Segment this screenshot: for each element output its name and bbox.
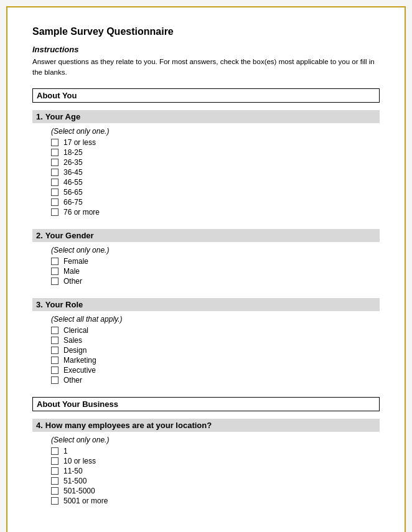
option-checkbox[interactable] [51,278,59,285]
select-instruction: (Select only one.) [51,436,380,444]
option-label: 17 or less [63,138,96,147]
option-row: Executive [51,366,380,375]
option-row: 76 or more [51,208,380,217]
option-label: 501-5000 [63,487,95,495]
option-label: Male [63,267,80,276]
option-label: Sales [63,336,82,345]
sections-container: About You1.Your Age(Select only one.)17 … [32,88,380,505]
section-header-about-you: About You [32,88,380,103]
option-row: Design [51,346,380,355]
option-row: Marketing [51,356,380,365]
option-checkbox[interactable] [51,376,59,384]
option-row: Male [51,267,380,276]
survey-title: Sample Survey Questionnaire [32,26,380,37]
option-checkbox[interactable] [51,149,59,156]
question-title-row: 3.Your Role [32,298,380,311]
instructions-text: Answer questions as they relate to you. … [32,57,380,78]
option-checkbox[interactable] [51,189,59,196]
option-label: Female [63,257,88,266]
option-row: 1 [51,447,380,455]
question-block: 3.Your Role(Select all that apply.)Cleri… [32,298,380,385]
option-row: 11-50 [51,467,380,475]
option-row: 17 or less [51,138,380,147]
option-checkbox[interactable] [51,179,59,186]
option-checkbox[interactable] [51,337,59,344]
question-text: Your Gender [45,231,94,240]
option-label: Clerical [63,326,88,335]
option-checkbox[interactable] [51,327,59,334]
option-checkbox[interactable] [51,467,59,475]
option-checkbox[interactable] [51,457,59,465]
page-wrapper: Sample Survey Questionnaire Instructions… [6,6,406,532]
option-label: 11-50 [63,467,83,475]
option-checkbox[interactable] [51,347,59,354]
option-row: 5001 or more [51,497,380,505]
option-row: 501-5000 [51,487,380,495]
select-instruction: (Select only one.) [51,246,380,254]
option-checkbox[interactable] [51,139,59,146]
option-label: Executive [63,366,96,375]
question-number: 3. [36,300,43,309]
option-label: 10 or less [63,457,96,465]
option-checkbox[interactable] [51,357,59,364]
option-label: 56-65 [63,188,83,197]
question-text: How many employees are at your location? [45,421,212,430]
select-instruction: (Select all that apply.) [51,315,380,324]
option-row: Female [51,257,380,266]
option-label: 36-45 [63,168,83,177]
option-row: 56-65 [51,188,380,197]
select-instruction: (Select only one.) [51,127,380,136]
option-label: 26-35 [63,158,83,167]
option-row: Clerical [51,326,380,335]
option-checkbox[interactable] [51,366,59,374]
option-label: Marketing [63,356,96,365]
option-checkbox[interactable] [51,159,59,166]
option-row: Other [51,376,380,385]
option-row: 18-25 [51,148,380,157]
section-header-about-your-business: About Your Business [32,397,380,411]
question-title-row: 1.Your Age [32,110,380,123]
option-row: Other [51,277,380,286]
option-row: 26-35 [51,158,380,167]
option-label: 1 [63,447,68,455]
option-label: 76 or more [63,208,100,217]
option-label: 5001 or more [63,497,108,505]
option-checkbox[interactable] [51,258,59,265]
question-number: 2. [36,231,43,240]
option-checkbox[interactable] [51,487,59,495]
option-checkbox[interactable] [51,268,59,275]
option-row: 51-500 [51,477,380,485]
option-checkbox[interactable] [51,497,59,505]
option-label: 51-500 [63,477,87,485]
question-block: 2.Your Gender(Select only one.)FemaleMal… [32,229,380,286]
option-checkbox[interactable] [51,447,59,455]
option-row: 46-55 [51,178,380,187]
option-label: Design [63,346,87,355]
question-block: 1.Your Age(Select only one.)17 or less18… [32,110,380,217]
question-text: Your Age [45,112,80,121]
question-number: 4. [36,421,43,430]
option-row: 66-75 [51,198,380,207]
option-label: 46-55 [63,178,83,187]
option-row: 10 or less [51,457,380,465]
option-row: Sales [51,336,380,345]
instructions-heading: Instructions [32,45,380,54]
option-row: 36-45 [51,168,380,177]
option-checkbox[interactable] [51,198,59,206]
option-label: 66-75 [63,198,83,207]
option-checkbox[interactable] [51,208,59,216]
option-checkbox[interactable] [51,169,59,176]
question-title-row: 4.How many employees are at your locatio… [32,419,380,432]
question-title-row: 2.Your Gender [32,229,380,242]
option-label: 18-25 [63,148,83,157]
option-label: Other [63,277,82,286]
option-checkbox[interactable] [51,477,59,485]
question-text: Your Role [45,300,83,309]
question-block: 4.How many employees are at your locatio… [32,419,380,505]
question-number: 1. [36,112,43,121]
option-label: Other [63,376,82,385]
